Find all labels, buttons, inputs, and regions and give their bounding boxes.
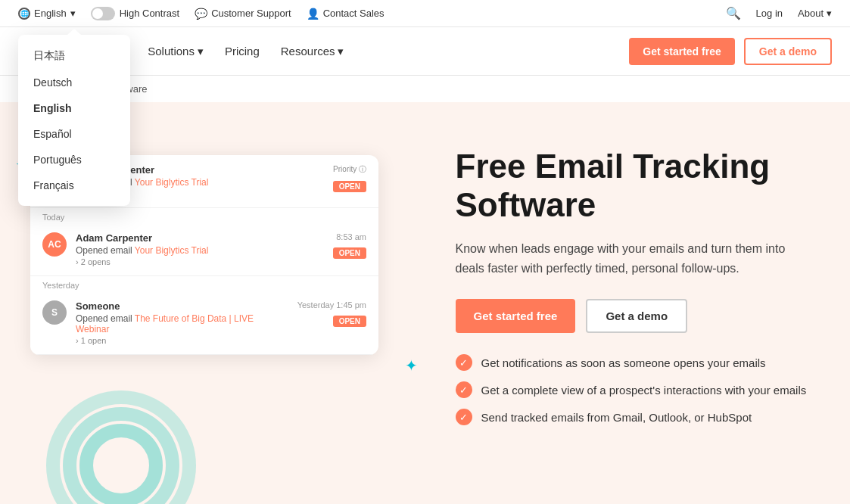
list-item: ✓ Send tracked emails from Gmail, Outloo… bbox=[456, 409, 814, 425]
language-button[interactable]: 🌐 English ▾ bbox=[18, 8, 76, 20]
login-button[interactable]: Log in bbox=[756, 8, 783, 19]
customer-support-label: Customer Support bbox=[211, 8, 291, 19]
email-meta: 8:53 am OPEN bbox=[333, 232, 366, 259]
high-contrast-toggle[interactable]: High Contrast bbox=[91, 7, 179, 20]
lang-option-english[interactable]: English bbox=[18, 95, 130, 121]
check-icon: ✓ bbox=[456, 409, 472, 425]
hero-right: Free Email Tracking Software Know when l… bbox=[425, 102, 851, 504]
top-bar: 🌐 English ▾ 日本語 Deutsch English Español … bbox=[0, 0, 850, 27]
sender-name: Someone bbox=[76, 300, 288, 312]
feature-list: ✓ Get notifications as soon as someone o… bbox=[456, 354, 814, 425]
list-item: ✓ Get a complete view of a prospect's in… bbox=[456, 381, 814, 398]
nav-get-started-button[interactable]: Get started free bbox=[629, 38, 734, 65]
open-badge: OPEN bbox=[333, 181, 366, 192]
table-row: S Someone Opened email The Future of Big… bbox=[30, 291, 378, 355]
person-icon: 👤 bbox=[307, 8, 319, 20]
chevron-down-icon: ▾ bbox=[827, 8, 832, 19]
about-button[interactable]: About ▾ bbox=[798, 8, 832, 19]
language-selector[interactable]: 🌐 English ▾ 日本語 Deutsch English Español … bbox=[18, 8, 76, 20]
nav-cta: Get started free Get a demo bbox=[629, 38, 832, 65]
email-content: Adam Carpenter Opened email Your Biglyti… bbox=[76, 232, 324, 266]
hero-description: Know when leads engage with your emails … bbox=[456, 239, 814, 278]
email-content: Someone Opened email The Future of Big D… bbox=[76, 300, 288, 345]
email-time: Yesterday 1:45 pm bbox=[297, 300, 366, 310]
lang-option-japanese[interactable]: 日本語 bbox=[18, 42, 130, 70]
chevron-down-icon: ▾ bbox=[338, 45, 344, 58]
nav-solutions-label: Solutions bbox=[148, 45, 195, 58]
avatar: AC bbox=[42, 232, 67, 257]
feature-text-3: Send tracked emails from Gmail, Outlook,… bbox=[481, 411, 752, 424]
chat-icon: 💬 bbox=[195, 8, 207, 20]
customer-support-link[interactable]: 💬 Customer Support bbox=[195, 8, 291, 20]
email-meta: Priority ⓘ OPEN bbox=[333, 164, 366, 192]
high-contrast-label: High Contrast bbox=[120, 8, 179, 19]
about-label: About bbox=[798, 8, 824, 19]
feature-text-1: Get notifications as soon as someone ope… bbox=[481, 356, 766, 369]
section-label-yesterday: Yesterday bbox=[42, 281, 366, 290]
list-item: ✓ Get notifications as soon as someone o… bbox=[456, 354, 814, 371]
hero-title: Free Email Tracking Software bbox=[456, 148, 814, 224]
hero-get-started-button[interactable]: Get started free bbox=[456, 299, 576, 333]
hero-get-demo-button[interactable]: Get a demo bbox=[586, 299, 687, 333]
email-time: 8:53 am bbox=[336, 232, 366, 241]
lang-option-portuguese[interactable]: Português bbox=[18, 147, 130, 173]
lang-option-deutsch[interactable]: Deutsch bbox=[18, 70, 130, 95]
chevron-down-icon: ▾ bbox=[70, 8, 76, 19]
language-dropdown: 日本語 Deutsch English Español Português Fr… bbox=[18, 35, 130, 206]
check-icon: ✓ bbox=[456, 354, 472, 371]
email-description: Opened email Your Biglytics Trial bbox=[76, 245, 324, 256]
email-opens: › 2 opens bbox=[76, 257, 324, 266]
feature-text-2: Get a complete view of a prospect's inte… bbox=[481, 384, 807, 397]
nav-links: Products ▾ Solutions ▾ Pricing Resources… bbox=[64, 39, 629, 64]
globe-icon: 🌐 bbox=[18, 8, 30, 20]
sender-name: Adam Carpenter bbox=[76, 232, 324, 244]
email-opens: › 1 open bbox=[76, 336, 288, 345]
contact-sales-label: Contact Sales bbox=[323, 8, 385, 19]
nav-solutions[interactable]: Solutions ▾ bbox=[139, 39, 213, 64]
chevron-down-icon: ▾ bbox=[198, 45, 204, 58]
priority-badge: Priority ⓘ bbox=[333, 164, 366, 175]
open-badge: OPEN bbox=[333, 247, 366, 259]
nav-pricing[interactable]: Pricing bbox=[216, 39, 269, 64]
hero-cta: Get started free Get a demo bbox=[456, 299, 814, 333]
email-description: Opened email The Future of Big Data | LI… bbox=[76, 313, 288, 334]
nav-resources[interactable]: Resources ▾ bbox=[272, 39, 353, 64]
search-icon[interactable]: 🔍 bbox=[726, 6, 741, 20]
check-icon: ✓ bbox=[456, 381, 472, 398]
table-row: AC Adam Carpenter Opened email Your Bigl… bbox=[30, 223, 378, 276]
avatar: S bbox=[42, 300, 67, 325]
email-meta: Yesterday 1:45 pm OPEN bbox=[297, 300, 366, 327]
lang-option-espanol[interactable]: Español bbox=[18, 121, 130, 147]
sparkle-icon-2: ✦ bbox=[405, 356, 418, 375]
nav-get-demo-button[interactable]: Get a demo bbox=[744, 38, 832, 65]
svg-point-2 bbox=[86, 431, 156, 500]
open-badge: OPEN bbox=[333, 316, 366, 327]
lang-option-francais[interactable]: Français bbox=[18, 173, 130, 198]
nav-pricing-label: Pricing bbox=[225, 45, 260, 58]
contact-sales-link[interactable]: 👤 Contact Sales bbox=[307, 8, 385, 20]
language-label: English bbox=[34, 8, 67, 19]
nav-resources-label: Resources bbox=[281, 45, 335, 58]
decorative-circles bbox=[45, 390, 197, 504]
section-label-today: Today bbox=[42, 213, 366, 222]
toggle-switch[interactable] bbox=[91, 7, 115, 20]
